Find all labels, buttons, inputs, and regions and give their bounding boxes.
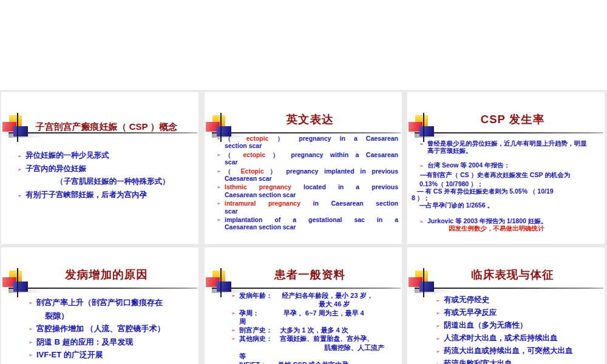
- decoration-blue-square-icon: [419, 281, 434, 292]
- decoration-blue-square-icon: [419, 126, 434, 136]
- decoration-vertical-line: [423, 113, 424, 142]
- bullet-line: ➢宫腔操作增加 （人流、宫腔镜手术）: [36, 322, 195, 335]
- bullet-line: ➢intramural pregnancy in Caesarean secti…: [225, 200, 398, 207]
- slide-decoration-icon: [407, 112, 446, 145]
- bullet-line: section scar: [225, 142, 398, 149]
- slide-title: 子宫剖宫产瘢痕妊娠（ CSP ）概念: [19, 121, 194, 133]
- text-segment: 孕周： 早孕， 6~7 周为主，最早 4: [239, 309, 364, 317]
- decoration-blue-square-icon: [217, 126, 231, 136]
- bullet-line: ➢异位妊娠的一种少见形式: [25, 149, 195, 163]
- text-segment: 肌瘤挖除、人工流产: [324, 344, 384, 351]
- text-segment: ）: [269, 135, 299, 142]
- bullet-arrow-icon: ➢: [231, 335, 236, 343]
- bullet-arrow-icon: ➢: [217, 184, 221, 191]
- bullet-arrow-icon: ➢: [436, 345, 440, 358]
- bullet-line: ➢人流术时大出血，或术后持续出血: [444, 332, 601, 345]
- bullet-line: 等: [239, 352, 398, 360]
- text-segment: 子宫内的异位妊娠: [25, 164, 86, 173]
- bullet-line: 周: [239, 317, 398, 326]
- bullet-line: ➢IVF/ET： 单纯 CSP 或合并宫内孕: [239, 360, 398, 364]
- bullet-arrow-icon: ➢: [436, 307, 440, 320]
- text-segment: Ectopic: [241, 167, 264, 175]
- text-segment: in Caesarean section: [300, 200, 398, 207]
- text-segment: （: [225, 151, 243, 158]
- decoration-vertical-line: [220, 113, 222, 142]
- slide-decoration-icon: [407, 268, 446, 300]
- text-segment: 8 ）；: [412, 194, 430, 201]
- bullet-line: 最大 46 岁: [319, 300, 398, 308]
- slide-thumbnail-6[interactable]: 临床表现与体征 ➢有或无停经史➢有或无早孕反应➢阴道出血（多为无痛性）➢人流术时…: [407, 248, 605, 364]
- bullet-line: ➢发病年龄： 经产妇各年龄段，最小 23 岁，: [239, 291, 398, 300]
- bullet-arrow-icon: ➢: [18, 163, 22, 177]
- text-segment: 有或无早孕反应: [444, 308, 497, 317]
- text-segment: — 有 CS 并有异位妊娠史者则为 5.05% （ 10/19: [417, 187, 554, 195]
- bullet-line: ➢阴道 B 超的应用：及早发现: [36, 335, 195, 349]
- bullet-line: 高于宫颈妊娠。: [427, 147, 601, 155]
- bullet-line: ➢剖宫产史： 大多为 1 次，最多 4 次: [239, 326, 398, 334]
- decoration-vertical-line: [220, 268, 222, 297]
- slide-thumbnail-3[interactable]: CSP 发生率 ➢曾经是极少见的异位妊娠，近几年有明显上升趋势，明显高于宫颈妊娠…: [407, 92, 605, 244]
- text-segment: ectopic: [243, 151, 266, 158]
- slide-decoration-icon: [205, 268, 243, 300]
- bullet-line: —有剖宫产（ CS ）史者再次妊娠发生 CSP 的机会为: [420, 172, 601, 179]
- bullet-line: ➢有别于子宫峡部妊娠，后者为宫内孕: [25, 189, 195, 202]
- bullet-arrow-icon: ➢: [18, 150, 22, 163]
- bullet-arrow-icon: ➢: [29, 323, 33, 336]
- slide-body: ➢有或无停经史➢有或无早孕反应➢阴道出血（多为无痛性）➢人流术时大出血，或术后持…: [436, 294, 601, 364]
- text-segment: pregnancy in a Caesarean: [299, 135, 398, 142]
- text-segment: 0.13%（ 10/7980 ）；: [419, 180, 483, 187]
- text-segment: Caesarean section scar: [225, 191, 296, 198]
- bullet-arrow-icon: ➢: [231, 326, 236, 335]
- bullet-arrow-icon: ➢: [419, 218, 424, 226]
- bullet-line: ➢药流失败刮宫大出血: [444, 357, 601, 364]
- bullet-line: ➢Isthmic pregnancy located in a previous: [225, 183, 398, 190]
- slide-body: ➢异位妊娠的一种少见形式➢子宫内的异位妊娠（子宫肌层妊娠的一种特殊形式）➢有别于…: [18, 149, 195, 201]
- slide-thumbnail-1[interactable]: 子宫剖宫产瘢痕妊娠（ CSP ）概念 ➢异位妊娠的一种少见形式➢子宫内的异位妊娠…: [1, 92, 198, 244]
- bullet-line: Caesarean scar: [225, 175, 398, 182]
- text-segment: 人流术时大出血，或术后持续出血: [444, 334, 558, 342]
- text-segment: 其他病史： 宫颈妊娠、前置胎盘、宫外孕、: [239, 335, 373, 342]
- bullet-line: scar: [225, 158, 398, 166]
- text-segment: （: [225, 167, 241, 175]
- text-segment: Isthmic pregnancy: [225, 183, 291, 190]
- slide-title: 临床表现与体征: [426, 268, 600, 282]
- slide-decoration-icon: [205, 112, 243, 145]
- text-segment: 周: [239, 318, 246, 325]
- text-segment: 剖宫产史： 大多为 1 次，最多 4 次: [239, 326, 348, 334]
- text-segment: intramural pregnancy: [225, 200, 300, 207]
- text-segment: ）: [265, 151, 291, 158]
- text-segment: —有剖宫产（ CS ）史者再次妊娠发生 CSP 的机会为: [420, 171, 570, 178]
- bullet-arrow-icon: ➢: [217, 200, 221, 207]
- slide-body: ➢曾经是极少见的异位妊娠，近几年有明显上升趋势，明显高于宫颈妊娠。➢台湾 Seo…: [419, 140, 601, 232]
- slide-thumbnail-5[interactable]: 患者一般资料 ➢发病年龄： 经产妇各年龄段，最小 23 岁，最大 46 岁➢孕周…: [205, 248, 402, 364]
- bullet-line: ➢（ Ectopic ） pregnancy implanted in prev…: [225, 167, 398, 175]
- slide-thumbnail-2[interactable]: 英文表达 ➢（ ectopic ） pregnancy in a Caesare…: [205, 92, 402, 244]
- slide-sorter-grid: 子宫剖宫产瘢痕妊娠（ CSP ）概念 ➢异位妊娠的一种少见形式➢子宫内的异位妊娠…: [0, 90, 607, 364]
- bullet-line: ➢剖宫产率上升（剖宫产切口瘢痕存在: [36, 296, 195, 309]
- bullet-line: 肌瘤挖除、人工流产: [324, 343, 398, 352]
- slide-title: 发病增加的原因: [19, 268, 194, 282]
- bullet-arrow-icon: ➢: [436, 358, 440, 364]
- text-segment: 裂隙）: [45, 311, 69, 320]
- decoration-blue-square-icon: [13, 126, 28, 136]
- bullet-arrow-icon: ➢: [419, 163, 424, 170]
- bullet-line: Caesarean section scar: [225, 191, 398, 198]
- text-segment: ）: [264, 167, 287, 175]
- bullet-arrow-icon: ➢: [436, 332, 440, 345]
- text-segment: implantation of a gestational sac in a: [225, 216, 398, 223]
- text-segment: scar: [225, 207, 238, 215]
- text-segment: （子宫肌层妊娠的一种特殊形式）: [56, 177, 170, 186]
- text-segment: IVF/ET： 单纯 CSP 或合并宫内孕: [239, 361, 348, 364]
- text-segment: Caesarean scar: [225, 175, 272, 182]
- slide-thumbnail-4[interactable]: 发病增加的原因 ➢剖宫产率上升（剖宫产切口瘢痕存在裂隙）➢宫腔操作增加 （人流、…: [1, 248, 198, 364]
- bullet-arrow-icon: ➢: [29, 336, 33, 349]
- text-segment: 剖宫产率上升（剖宫产切口瘢痕存在: [36, 298, 163, 307]
- text-segment: 阴道 B 超的应用：及早发现: [36, 337, 134, 346]
- text-segment: 曾经是极少见的异位妊娠，近几年有明显上升趋势，明显: [427, 140, 587, 147]
- decoration-vertical-line: [423, 268, 424, 297]
- decoration-blue-square-icon: [217, 281, 231, 292]
- bullet-arrow-icon: ➢: [231, 309, 236, 318]
- bullet-arrow-icon: ➢: [217, 217, 221, 224]
- text-segment: 因发生例数少，不易做出明确统计: [449, 224, 544, 232]
- bullet-line: ➢子宫内的异位妊娠: [25, 163, 195, 176]
